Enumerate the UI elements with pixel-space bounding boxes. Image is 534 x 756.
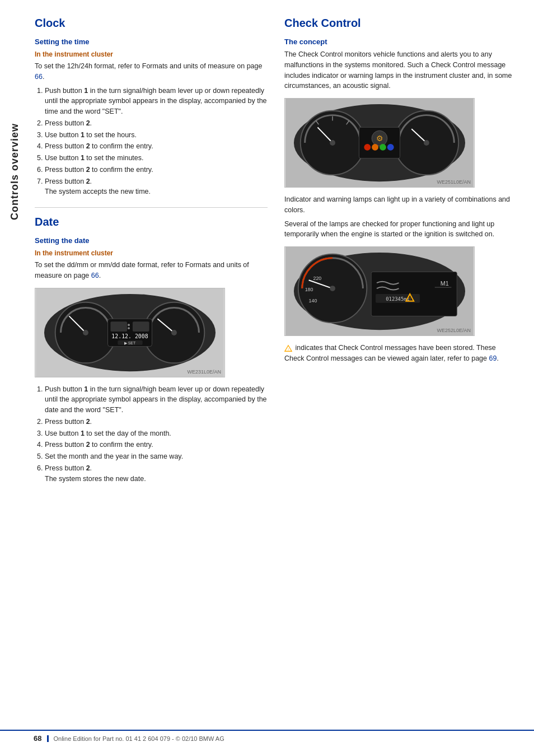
- check-control-link-69[interactable]: 69: [489, 354, 497, 362]
- svg-text:!: !: [409, 297, 410, 301]
- svg-text:220: 220: [313, 276, 322, 281]
- check-control-img2-label: WE252L0E/AN: [437, 328, 471, 333]
- check-control-image-1: ⚙ WE251L0E/AN: [284, 98, 475, 188]
- page-container: Controls overview Clock Setting the time…: [0, 0, 534, 756]
- svg-point-8: [128, 327, 130, 329]
- setting-time-subtitle: Setting the time: [35, 38, 268, 46]
- clock-title: Clock: [35, 17, 268, 30]
- svg-text:!: !: [288, 347, 289, 351]
- check-control-body2: Several of the lamps are checked for pro…: [284, 219, 517, 240]
- clock-intro-text: To set the 12h/24h format, refer to Form…: [35, 61, 268, 82]
- date-step-5: Set the month and the year in the same w…: [45, 451, 268, 462]
- svg-rect-6: [133, 321, 149, 332]
- date-step-2: Press button 2.: [45, 417, 268, 427]
- svg-point-26: [364, 144, 371, 151]
- date-step-1: Push button 1 in the turn signal/high be…: [45, 384, 268, 416]
- footer-text: Online Edition for Part no. 01 41 2 604 …: [47, 735, 224, 742]
- in-instrument-cluster-label-1: In the instrument cluster: [35, 50, 268, 58]
- svg-point-41: [330, 286, 335, 291]
- check-control-image-2: 220 180 140 012345mi: [284, 246, 475, 336]
- right-column: Check Control The concept The Check Cont…: [284, 17, 517, 739]
- svg-point-7: [128, 324, 130, 326]
- date-step-3: Use button 1 to set the day of the month…: [45, 428, 268, 439]
- clock-steps-list: Push button 1 in the turn signal/high be…: [45, 86, 268, 198]
- check-control-title: Check Control: [284, 17, 517, 30]
- footer-page-number: 68: [34, 734, 41, 743]
- left-column: Clock Setting the time In the instrument…: [35, 17, 268, 739]
- svg-point-32: [330, 140, 335, 146]
- svg-point-28: [380, 144, 386, 151]
- main-content: Clock Setting the time In the instrument…: [29, 0, 534, 756]
- footer: 68 Online Edition for Part no. 01 41 2 6…: [0, 730, 534, 743]
- svg-point-27: [372, 144, 378, 151]
- clock-step-3: Use button 1 to set the hours.: [45, 130, 268, 141]
- date-step-4: Press button 2 to confirm the entry.: [45, 440, 268, 450]
- svg-text:⚙: ⚙: [376, 134, 383, 143]
- check-control-body1: The Check Control monitors vehicle funct…: [284, 49, 517, 91]
- svg-text:M1: M1: [441, 280, 449, 287]
- check-control-caption1: Indicator and warning lamps can light up…: [284, 194, 517, 216]
- svg-text:▶ SET: ▶ SET: [124, 340, 136, 344]
- svg-text:12.12. 2008: 12.12. 2008: [111, 333, 148, 339]
- sidebar-label: Controls overview: [0, 0, 29, 756]
- clock-step-1: Push button 1 in the turn signal/high be…: [45, 86, 268, 117]
- date-step-6: Press button 2.The system stores the new…: [45, 463, 268, 484]
- clock-step-6: Press button 2 to confirm the entry.: [45, 165, 268, 175]
- date-intro-link[interactable]: 66: [91, 272, 99, 279]
- warning-triangle-icon: !: [284, 344, 292, 352]
- clock-step-7: Press button 2.The system accepts the ne…: [45, 176, 268, 198]
- setting-date-subtitle: Setting the date: [35, 236, 268, 245]
- svg-point-33: [424, 140, 429, 146]
- svg-text:140: 140: [309, 298, 317, 304]
- date-steps-list: Push button 1 in the turn signal/high be…: [45, 384, 268, 484]
- divider-1: [35, 207, 268, 208]
- date-title: Date: [35, 216, 268, 228]
- sidebar-title: Controls overview: [9, 123, 21, 220]
- check-control-img1-label: WE251L0E/AN: [437, 179, 471, 185]
- date-intro-text: To set the dd/mm or mm/dd date format, r…: [35, 260, 268, 281]
- svg-rect-5: [110, 321, 127, 332]
- check-control-caption3: ! indicates that Check Control messages …: [284, 343, 517, 364]
- svg-point-15: [171, 330, 177, 335]
- clock-step-2: Press button 2.: [45, 118, 268, 129]
- concept-subtitle: The concept: [284, 38, 517, 46]
- svg-text:180: 180: [305, 287, 313, 292]
- date-instrument-image: 12.12. 2008 ▶ SET WE231L0E/AN: [35, 288, 225, 377]
- clock-intro-link[interactable]: 66: [35, 73, 43, 81]
- clock-step-5: Use button 1 to set the minutes.: [45, 153, 268, 164]
- svg-point-29: [387, 144, 394, 151]
- clock-step-4: Press button 2 to confirm the entry.: [45, 141, 268, 152]
- in-instrument-cluster-label-2: In the instrument cluster: [35, 249, 268, 257]
- date-img-label: WE231L0E/AN: [187, 369, 221, 375]
- svg-point-14: [83, 330, 88, 335]
